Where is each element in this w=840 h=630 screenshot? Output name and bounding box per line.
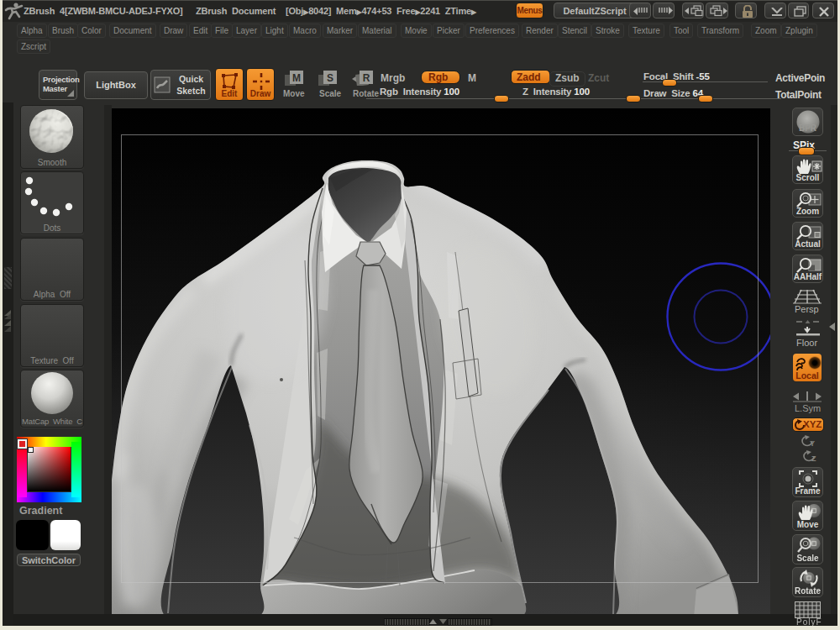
svg-text:Z: Z	[811, 454, 816, 462]
svg-text:R: R	[363, 72, 370, 84]
svg-text:S: S	[327, 72, 333, 84]
svg-text:Y: Y	[810, 439, 815, 447]
svg-text:M: M	[292, 72, 301, 84]
